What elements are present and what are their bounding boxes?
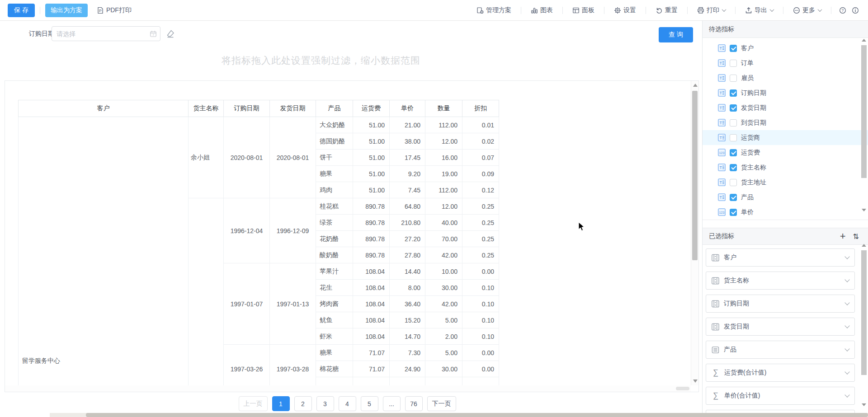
pending-metric-12[interactable]: 123单价 bbox=[703, 205, 868, 220]
pending-metric-6[interactable]: T到货日期 bbox=[703, 115, 868, 130]
page-1-button[interactable]: 1 bbox=[272, 396, 290, 411]
scroll-down-arrow[interactable] bbox=[862, 403, 866, 406]
panel-button[interactable]: 面板 bbox=[568, 6, 599, 14]
checkbox-unchecked[interactable] bbox=[730, 75, 737, 82]
more-label: 更多 bbox=[802, 6, 815, 14]
chevron-down-icon[interactable] bbox=[844, 346, 849, 351]
pending-metric-3[interactable]: T雇员 bbox=[703, 70, 868, 85]
checkbox-checked[interactable] bbox=[730, 45, 737, 52]
next-page-button[interactable]: 下一页 bbox=[427, 396, 456, 411]
selected-metric-card-7[interactable]: ∑单价(合计值) bbox=[706, 387, 855, 405]
scroll-up-arrow[interactable] bbox=[693, 84, 698, 87]
scrollbar-thumb[interactable] bbox=[692, 91, 698, 260]
chevron-down-icon[interactable] bbox=[844, 277, 849, 282]
unit-price-cell: 64.80 bbox=[390, 198, 425, 215]
pending-metric-7[interactable]: T运货商 bbox=[703, 130, 868, 145]
page-4-button[interactable]: 4 bbox=[339, 396, 356, 411]
pending-metric-2[interactable]: T订单 bbox=[703, 56, 868, 70]
settings-button[interactable]: 设置 bbox=[609, 6, 641, 14]
discount-cell: 0.00 bbox=[462, 361, 499, 377]
info-button[interactable] bbox=[849, 7, 862, 14]
checkbox-checked[interactable] bbox=[730, 194, 737, 201]
info-icon bbox=[852, 7, 859, 14]
selected-metric-card-3[interactable]: 订购日期 bbox=[706, 295, 855, 313]
page-5-button[interactable]: 5 bbox=[361, 396, 378, 411]
pending-metric-11[interactable]: T产品 bbox=[703, 190, 868, 205]
more-button[interactable]: 更多 bbox=[788, 6, 826, 14]
page-ellipsis-button[interactable]: ... bbox=[383, 396, 401, 411]
freight-cell: 51.00 bbox=[353, 117, 390, 133]
export-label: 导出 bbox=[755, 6, 767, 14]
sort-metrics-button[interactable]: ⇅ bbox=[853, 232, 859, 241]
selected-metric-card-2[interactable]: 货主名称 bbox=[706, 272, 855, 290]
pending-metric-10[interactable]: T货主地址 bbox=[703, 175, 868, 190]
selected-metric-card-1[interactable]: 客户 bbox=[706, 248, 855, 267]
scroll-down-arrow[interactable] bbox=[862, 209, 866, 211]
chevron-down-icon[interactable] bbox=[844, 323, 849, 328]
checkbox-checked[interactable] bbox=[730, 89, 737, 97]
pdf-print-button[interactable]: P PDF打印 bbox=[92, 6, 136, 14]
chevron-down-icon bbox=[722, 7, 726, 12]
page-horizontal-scrollbar[interactable] bbox=[50, 413, 868, 417]
checkbox-checked[interactable] bbox=[730, 209, 737, 216]
unit-price-cell: 7.30 bbox=[390, 345, 425, 361]
reset-button[interactable]: 重置 bbox=[651, 6, 682, 14]
dashboard-panel-icon bbox=[572, 7, 580, 14]
page-76-button[interactable]: 76 bbox=[405, 396, 423, 411]
scrollbar-thumb[interactable] bbox=[86, 413, 868, 417]
checkbox-checked[interactable] bbox=[730, 104, 737, 112]
scroll-up-arrow[interactable] bbox=[862, 39, 866, 42]
unit-price-cell: 27.20 bbox=[390, 231, 425, 247]
column-header: 单价 bbox=[390, 100, 425, 117]
order-date-input[interactable]: 7 bbox=[52, 26, 160, 41]
chevron-down-icon[interactable] bbox=[844, 300, 849, 305]
metrics-panel: 待选指标 T客户T订单T雇员T订购日期T发货日期T到货日期T运货商123运货费T… bbox=[702, 21, 868, 417]
pending-metric-8[interactable]: 123运货费 bbox=[703, 145, 868, 160]
selected-scrollbar[interactable] bbox=[861, 244, 867, 408]
selected-metric-card-4[interactable]: 发货日期 bbox=[706, 318, 855, 336]
add-metric-button[interactable]: + bbox=[840, 231, 846, 241]
save-button[interactable]: 保 存 bbox=[8, 4, 35, 17]
print-button[interactable]: 打印 bbox=[693, 6, 730, 14]
manage-scheme-button[interactable]: 管理方案 bbox=[472, 6, 516, 14]
checkbox-unchecked[interactable] bbox=[730, 134, 737, 141]
selected-metric-card-5[interactable]: 产品 bbox=[706, 341, 855, 359]
selected-metric-card-6[interactable]: ∑运货费(合计值) bbox=[706, 364, 855, 382]
pending-metric-1[interactable]: T客户 bbox=[703, 41, 868, 56]
checkbox-unchecked[interactable] bbox=[730, 119, 737, 127]
text-field-icon: T bbox=[718, 178, 726, 186]
help-button[interactable]: ? bbox=[836, 7, 849, 14]
query-button[interactable]: 查 询 bbox=[659, 27, 693, 42]
scrollbar-thumb[interactable] bbox=[861, 250, 867, 375]
export-button[interactable]: 导出 bbox=[741, 6, 778, 14]
checkbox-unchecked[interactable] bbox=[730, 179, 737, 186]
calendar-icon: 7 bbox=[150, 30, 157, 37]
prev-page-button[interactable]: 上一页 bbox=[239, 396, 268, 411]
table-vertical-scrollbar[interactable] bbox=[691, 81, 698, 385]
pending-metric-5[interactable]: T发货日期 bbox=[703, 100, 868, 115]
chevron-down-icon[interactable] bbox=[844, 254, 849, 259]
quantity-cell: 42.00 bbox=[425, 247, 462, 263]
clear-filter-button[interactable] bbox=[165, 29, 175, 39]
checkbox-unchecked[interactable] bbox=[730, 60, 737, 67]
page-3-button[interactable]: 3 bbox=[316, 396, 334, 411]
pending-scrollbar[interactable] bbox=[861, 39, 867, 220]
pending-metric-9[interactable]: T货主名称 bbox=[703, 160, 868, 175]
output-scheme-button[interactable]: 输出为方案 bbox=[45, 4, 88, 17]
chevron-down-icon[interactable] bbox=[844, 392, 849, 397]
unit-price-cell: 9.20 bbox=[390, 166, 425, 182]
export-icon bbox=[745, 7, 752, 14]
chevron-down-icon[interactable] bbox=[844, 369, 849, 374]
scroll-down-arrow[interactable] bbox=[693, 380, 698, 383]
scrollbar-thumb[interactable] bbox=[861, 45, 867, 178]
chart-button[interactable]: 图表 bbox=[526, 6, 557, 14]
scroll-up-arrow[interactable] bbox=[862, 244, 866, 247]
table-horizontal-scrollbar[interactable] bbox=[5, 385, 691, 392]
order-date-field[interactable] bbox=[52, 30, 146, 37]
manage-scheme-icon bbox=[476, 7, 484, 14]
checkbox-checked[interactable] bbox=[730, 149, 737, 156]
scrollbar-thumb[interactable] bbox=[676, 387, 689, 390]
pending-metric-4[interactable]: T订购日期 bbox=[703, 85, 868, 100]
page-2-button[interactable]: 2 bbox=[294, 396, 312, 411]
checkbox-checked[interactable] bbox=[730, 164, 737, 171]
